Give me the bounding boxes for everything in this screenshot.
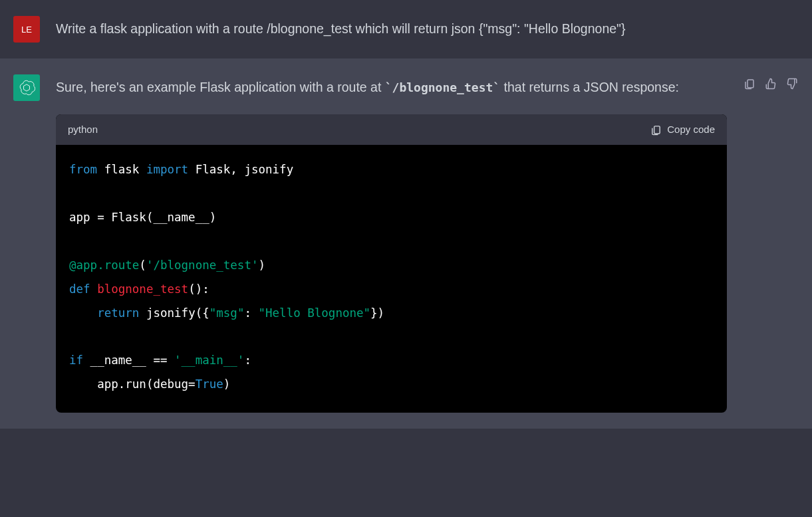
code-token: jsonify({ bbox=[139, 306, 209, 320]
code-token: if bbox=[69, 354, 83, 367]
assistant-avatar bbox=[13, 74, 40, 101]
user-message-content: Write a flask application with a route /… bbox=[56, 16, 799, 43]
inline-code-route: `/blognone_test` bbox=[385, 80, 500, 94]
thumbs-up-button[interactable] bbox=[764, 77, 777, 90]
copy-message-button[interactable] bbox=[743, 77, 756, 90]
code-token bbox=[69, 306, 97, 320]
assistant-intro-before: Sure, here's an example Flask applicatio… bbox=[56, 80, 385, 94]
code-header: python Copy code bbox=[56, 114, 727, 145]
code-token: : bbox=[244, 306, 258, 320]
thumbs-down-button[interactable] bbox=[785, 77, 799, 90]
code-token: flask bbox=[97, 163, 146, 176]
code-token: "msg" bbox=[209, 306, 245, 320]
thumbs-down-icon bbox=[786, 78, 798, 90]
clipboard-icon bbox=[744, 78, 755, 90]
code-token: "Hello Blognone" bbox=[259, 306, 371, 320]
code-token bbox=[69, 377, 97, 391]
copy-code-button[interactable]: Copy code bbox=[650, 121, 715, 138]
code-token: : bbox=[244, 354, 251, 367]
user-avatar: LE bbox=[13, 16, 40, 43]
code-token: '/blognone_test' bbox=[146, 258, 259, 272]
code-token: from bbox=[69, 163, 97, 176]
assistant-message-row: Sure, here's an example Flask applicatio… bbox=[0, 58, 812, 429]
thumbs-up-icon bbox=[765, 78, 777, 90]
code-token: app.run(debug= bbox=[97, 377, 196, 391]
user-message-row: LE Write a flask application with a rout… bbox=[0, 0, 812, 58]
assistant-message-content: Sure, here's an example Flask applicatio… bbox=[56, 74, 727, 413]
code-token: ) bbox=[223, 377, 231, 391]
code-language-label: python bbox=[68, 121, 98, 138]
code-token: return bbox=[97, 306, 139, 320]
user-avatar-label: LE bbox=[21, 25, 32, 35]
openai-icon bbox=[18, 79, 35, 96]
clipboard-icon bbox=[650, 124, 662, 136]
assistant-intro-after: that returns a JSON response: bbox=[500, 80, 679, 94]
code-token: __name__ == bbox=[83, 354, 174, 367]
code-token: Flask, jsonify bbox=[188, 163, 293, 176]
code-token: ( bbox=[139, 258, 146, 272]
code-token: ) bbox=[258, 258, 265, 272]
code-token: app = Flask(__name__) bbox=[69, 211, 216, 224]
copy-code-label: Copy code bbox=[667, 121, 715, 138]
code-block: python Copy code from flask import Flask… bbox=[56, 114, 727, 413]
code-token: blognone_test bbox=[97, 282, 188, 296]
code-token: '__main__' bbox=[174, 354, 244, 367]
code-token: (): bbox=[188, 282, 209, 296]
user-message-text: Write a flask application with a route /… bbox=[56, 21, 626, 36]
svg-rect-0 bbox=[654, 126, 660, 134]
code-token: def bbox=[69, 282, 97, 296]
code-token: @app.route bbox=[69, 258, 139, 272]
code-token: import bbox=[146, 163, 188, 176]
message-actions bbox=[743, 74, 799, 413]
code-content[interactable]: from flask import Flask, jsonify app = F… bbox=[56, 145, 727, 413]
svg-rect-1 bbox=[747, 80, 753, 88]
code-token: True bbox=[196, 377, 223, 391]
code-token: }) bbox=[370, 306, 384, 320]
